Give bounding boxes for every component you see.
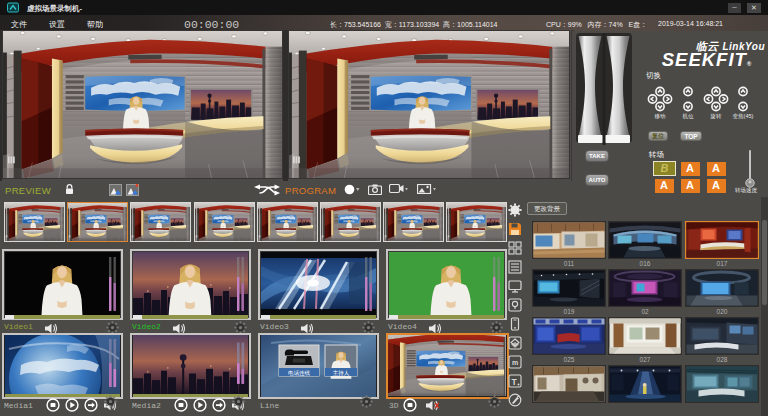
svg-text:T: T [511,377,517,387]
svg-text:主持人: 主持人 [333,370,350,377]
svg-text:m: m [512,359,518,366]
svg-text:电话连线: 电话连线 [288,370,311,377]
